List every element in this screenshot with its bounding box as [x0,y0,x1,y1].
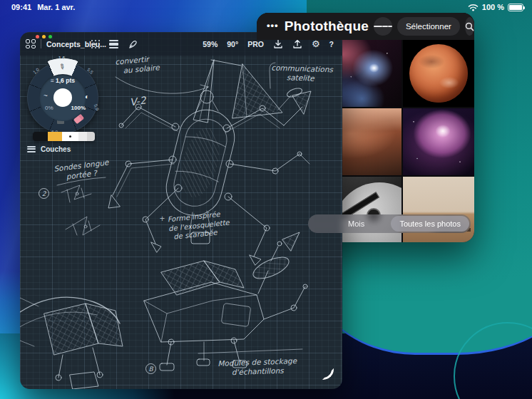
segment-toutes-les-photos[interactable]: Toutes les photos [391,216,469,232]
active-size-label: 1,6 [58,56,65,61]
concepts-window: convertir au solaire communications sate… [20,32,342,389]
layers-panel-toggle[interactable]: Couches [27,145,71,154]
photo-mars[interactable] [403,40,474,107]
import-icon[interactable] [273,39,283,49]
segment-mois[interactable]: Mois [348,214,364,233]
photo-orion-nebula[interactable] [403,108,474,175]
battery-icon [508,4,523,11]
date: Mar. 1 avr. [37,3,75,11]
more-options-button[interactable]: ••• [267,20,279,31]
current-color-swatch[interactable] [53,88,72,107]
select-button[interactable]: Sélectionner [397,17,460,36]
toolbar-divider [41,39,41,48]
photos-segment-bar: Mois Toutes les photos [308,214,471,233]
search-icon [465,22,474,31]
settings-gear-icon[interactable]: ⚙ [312,38,320,49]
export-icon[interactable] [292,39,302,49]
annotation-version: V-2 [129,95,147,109]
layers-icon [27,145,36,154]
battery-percent: 100 % [482,3,504,11]
palette-swatch-amber[interactable] [48,132,62,141]
palette-swatch-light[interactable] [78,132,87,141]
sketch-marker-b: B [145,363,156,374]
wifi-icon [468,4,479,11]
sketch-marker-2: 2 [39,188,49,199]
annotation-modules: Modules de stockage d'échantillons [204,356,312,378]
palette-swatch-gray[interactable] [87,132,95,141]
sketch-plus-mark: + [160,214,165,224]
annotation-satellite: communications satelite [271,63,334,83]
view-options-button[interactable] [374,17,392,36]
window-controls[interactable] [36,35,52,38]
contrast-icon[interactable]: ◐ [85,93,89,100]
mars-sphere [409,44,468,103]
photos-header: ••• Photothèque Sélectionner [257,13,474,40]
ipad-screen: 09:41 Mar. 1 avr. 100 % [0,0,532,399]
tool-wheel[interactable]: ✎ ≡1,6 pts ~ ◐ 0% 100% 1,0 1,6 5,5 5,9 6… [27,62,98,133]
clock: 09:41 [11,3,31,11]
color-palette-bar[interactable] [33,132,95,141]
annotation-solar: convertir au solaire [115,53,160,76]
search-button[interactable] [465,17,474,36]
pen-tool-icon[interactable] [128,38,139,50]
stroke-lines-icon: ≡ [51,77,54,84]
pro-badge[interactable]: PRO [247,40,264,48]
grid-snap-icon[interactable] [91,40,100,48]
pressure-icon: ~ [44,92,48,100]
stroke-width-value: ≡1,6 pts [27,77,98,84]
palette-swatch-white-selected[interactable] [62,132,78,141]
opacity-min: 0% [45,105,53,111]
palette-swatch-black[interactable] [33,132,48,141]
rotation-value[interactable]: 90° [227,40,238,48]
selected-color-dot [69,135,71,138]
help-button[interactable]: ? [329,40,334,48]
layers-list-icon[interactable] [109,38,118,50]
photos-title: Photothèque [285,19,369,34]
gallery-icon[interactable] [26,39,36,48]
layers-label: Couches [41,145,71,153]
zoom-level[interactable]: 59% [203,40,218,48]
opacity-max: 100% [71,105,86,111]
